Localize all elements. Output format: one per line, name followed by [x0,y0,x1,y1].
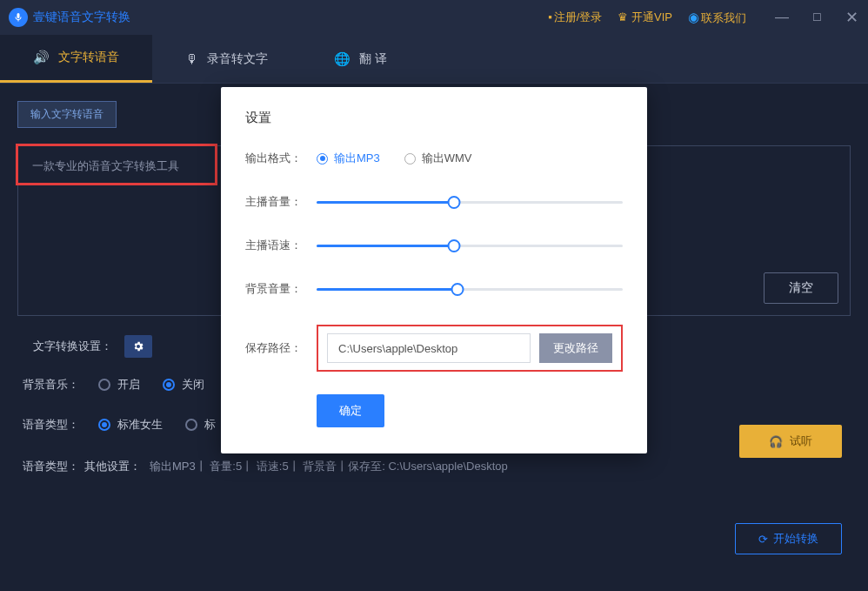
bg-volume-slider[interactable] [317,282,623,296]
radio-label: 输出MP3 [334,151,380,166]
anchor-volume-label: 主播音量： [245,194,317,210]
slider-thumb-icon[interactable] [448,239,461,252]
output-wmv-radio[interactable]: 输出WMV [404,151,472,166]
output-mp3-radio[interactable]: 输出MP3 [317,151,380,166]
bg-volume-row: 背景音量： [245,281,623,297]
change-path-button[interactable]: 更改路径 [539,333,612,363]
confirm-button[interactable]: 确定 [317,394,384,427]
radio-icon [317,153,328,165]
anchor-volume-slider[interactable] [317,195,623,209]
save-path-input[interactable] [327,333,531,363]
slider-thumb-icon[interactable] [451,283,464,296]
save-path-highlight: 更改路径 [317,325,623,372]
anchor-speed-label: 主播语速： [245,238,317,253]
modal-title: 设置 [245,110,623,126]
settings-modal: 设置 输出格式： 输出MP3 输出WMV 主播音量： [221,87,647,453]
slider-thumb-icon[interactable] [448,196,461,209]
anchor-volume-row: 主播音量： [245,194,623,210]
radio-icon [404,153,416,165]
anchor-speed-slider[interactable] [317,238,623,252]
anchor-speed-row: 主播语速： [245,238,623,253]
output-format-row: 输出格式： 输出MP3 输出WMV [245,151,623,166]
save-path-label: 保存路径： [245,340,317,356]
output-format-label: 输出格式： [245,151,317,166]
radio-label: 输出WMV [422,151,472,166]
save-path-row: 保存路径： 更改路径 [245,325,623,372]
bg-volume-label: 背景音量： [245,281,317,297]
modal-overlay: 设置 输出格式： 输出MP3 输出WMV 主播音量： [0,0,868,591]
